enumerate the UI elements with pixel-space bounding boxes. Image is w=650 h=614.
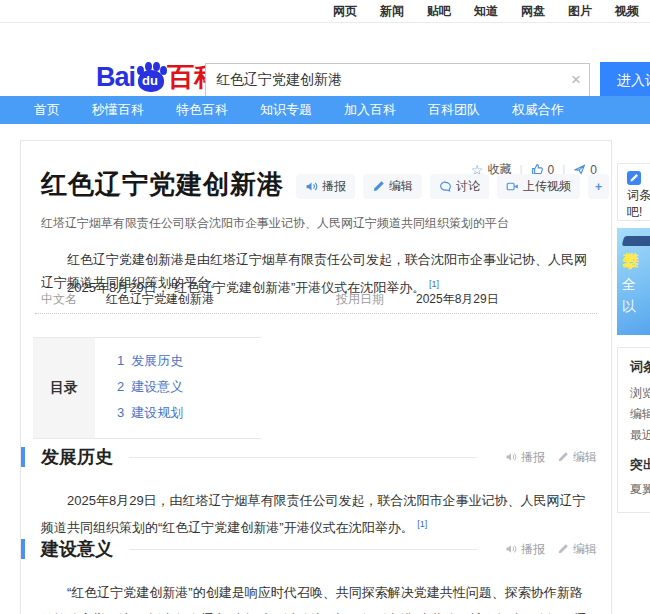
toc-item-number: 2 [117,379,124,394]
section-edit-button[interactable]: 编辑 [557,541,597,558]
toc-item-label: 发展历史 [131,353,183,368]
toc-item[interactable]: 1发展历史 [117,348,261,374]
clear-search-icon[interactable]: × [571,69,581,91]
section-edit-button[interactable]: 编辑 [557,449,597,466]
nav-tab[interactable]: 特色百科 [176,101,228,119]
toc-item-number: 1 [117,353,124,368]
top-nav-link[interactable]: 知道 [474,3,498,20]
contributor-name[interactable]: 夏翼 [630,481,650,498]
nav-tab[interactable]: 百科团队 [428,101,480,119]
stats-title: 词条统计 [630,358,650,376]
infobox-value: 红色辽宁党建创新港 [106,291,214,308]
page-title: 红色辽宁党建创新港 [41,167,284,202]
edit-button[interactable]: 编辑 [363,174,422,199]
header: Bai du 百科 × 进入词条 [0,23,650,95]
toc-list: 1发展历史2建设意义3建设规划 [95,338,261,438]
section-broadcast-label: 播报 [521,449,545,466]
toc-item[interactable]: 3建设规划 [117,400,261,426]
chat-icon [439,180,452,193]
top-nav-link[interactable]: 视频 [615,3,639,20]
toc-title: 目录 [33,338,95,438]
top-nav-link[interactable]: 图片 [568,3,592,20]
nav-tab[interactable]: 首页 [34,101,60,119]
stats-rows: 浏览次数：编辑次数：最近更新： [630,383,650,446]
speaker-icon [505,451,517,463]
banner-decor [622,236,650,246]
discuss-label: 讨论 [456,178,480,195]
video-camera-icon [506,180,519,193]
top-nav-link[interactable]: 新闻 [380,3,404,20]
baidu-baike-logo[interactable]: Bai du 百科 [96,59,221,95]
top-nav-link[interactable]: 网盘 [521,3,545,20]
section-heading-row: 建设意义 播报 编辑 [21,537,597,561]
edit-prompt-text: 词条 [627,188,650,202]
toc-item[interactable]: 2建设意义 [117,374,261,400]
logo-bai-text: Bai [96,62,135,93]
section-text: “红色辽宁党建创新港”的创建是响应时代召唤、共同探索解决党建共性问题、探索协作新… [41,585,587,614]
nav-tab[interactable]: 权威合作 [512,101,564,119]
section-edit-label: 编辑 [573,449,597,466]
top-nav: 网页新闻贴吧知道网盘图片视频地图文库 [0,0,650,23]
section-paragraph: 2025年8月29日，由红塔辽宁烟草有限责任公司发起，联合沈阳市企事业记协、人民… [41,488,591,542]
section-accent-bar [21,447,25,467]
table-of-contents: 目录 1发展历史2建设意义3建设规划 [33,337,261,439]
stats-row: 最近更新： [630,425,650,446]
section-title: 建设意义 [41,537,113,561]
pencil-icon [557,451,569,463]
broadcast-button[interactable]: 播报 [296,174,355,199]
title-buttons: 播报 编辑 讨论 上传视频 + [296,174,609,199]
banner-text: 全 [622,276,636,294]
logo-du-text: du [142,73,158,88]
edit-label: 编辑 [389,178,413,195]
top-nav-links: 网页新闻贴吧知道网盘图片视频地图文库 [333,3,650,20]
nav-tab[interactable]: 加入百科 [344,101,396,119]
search-input[interactable] [206,64,566,96]
toc-item-number: 3 [117,405,124,420]
discuss-button[interactable]: 讨论 [430,174,489,199]
reference-link[interactable]: [1] [417,519,427,529]
top-nav-link[interactable]: 网页 [333,3,357,20]
section-divider-line [129,457,477,458]
infobox-pair: 投用日期2025年8月29日 [336,291,499,308]
nav-tab[interactable]: 秒懂百科 [92,101,144,119]
baike-nav-bar: 首页秒懂百科特色百科知识专题加入百科百科团队权威合作 [0,96,650,124]
infobox: 中文名红色辽宁党建创新港投用日期2025年8月29日 [41,291,591,308]
toc-item-label: 建设意义 [131,379,183,394]
enter-entry-button[interactable]: 进入词条 [600,62,650,98]
sidebar-promo-banner[interactable]: 攀 全 以 [617,228,650,335]
add-button[interactable]: + [588,174,609,199]
infobox-pair: 中文名红色辽宁党建创新港 [41,291,336,308]
section-text: 2025年8月29日，由红塔辽宁烟草有限责任公司发起，联合沈阳市企事业记协、人民… [41,493,586,535]
baike-page: 网页新闻贴吧知道网盘图片视频地图文库 Bai du 百科 × 进入词条 首页秒懂… [0,0,650,614]
section-broadcast-label: 播报 [521,541,545,558]
section-title: 发展历史 [41,445,113,469]
speaker-icon [505,543,517,555]
nav-tab[interactable]: 知识专题 [260,101,312,119]
pencil-icon [372,180,385,193]
baidu-paw-icon: du [136,62,166,92]
top-nav-link[interactable]: 贴吧 [427,3,451,20]
plus-icon: + [595,180,602,194]
infobox-label: 投用日期 [336,291,416,308]
sidebar-entry-stats: 词条统计 浏览次数：编辑次数：最近更新： 突出贡献榜 夏翼 [617,347,650,513]
toc-item-label: 建设规划 [131,405,183,420]
section-accent-bar [21,539,25,559]
section-heading-row: 发展历史 播报 编辑 [21,445,597,469]
edit-prompt-text: 吧! [627,205,642,219]
infobox-value: 2025年8月29日 [416,291,499,308]
section-divider-line [129,549,477,550]
entry-card: ☆ 收藏 | 0 | 0 红色辽宁党建创新港 播报 [20,140,612,614]
section-broadcast-button[interactable]: 播报 [505,541,545,558]
banner-text: 攀 [622,250,639,273]
banner-text: 以 [622,298,636,316]
edit-pencil-icon [627,171,641,185]
dotted-divider [35,313,597,314]
sidebar-edit-prompt[interactable]: 词条 吧! [617,163,650,221]
section-paragraph: “红色辽宁党建创新港”的创建是响应时代召唤、共同探索解决党建共性问题、探索协作新… [41,580,591,614]
search-box: × [205,63,590,97]
reference-link[interactable]: [1] [429,279,439,289]
upload-video-button[interactable]: 上传视频 [497,174,580,199]
section-edit-label: 编辑 [573,541,597,558]
stats-row: 浏览次数： [630,383,650,404]
section-broadcast-button[interactable]: 播报 [505,449,545,466]
